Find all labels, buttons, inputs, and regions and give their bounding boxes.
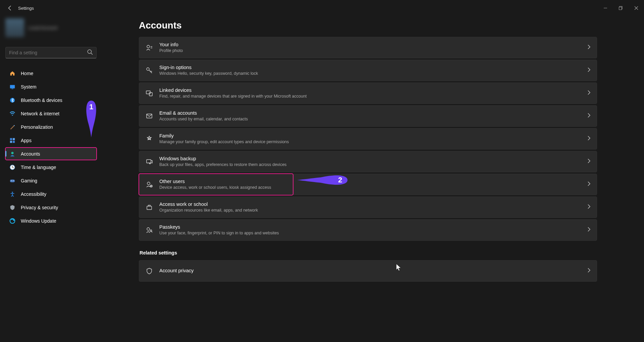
settings-card-backup[interactable]: Windows backup Back up your files, apps,… <box>139 151 597 172</box>
minimize-button[interactable] <box>598 3 613 13</box>
home-icon <box>9 70 16 77</box>
privacy-icon <box>9 204 16 211</box>
settings-card-passkeys[interactable]: Passkeys Use your face, fingerprint, or … <box>139 219 597 241</box>
sidebar-item-privacy[interactable]: Privacy & security <box>5 201 97 214</box>
card-title: Family <box>159 133 587 139</box>
card-text: Linked devices Find, repair, and manage … <box>159 87 587 99</box>
window-controls <box>598 3 644 13</box>
settings-card-privacy2[interactable]: Account privacy <box>139 260 597 282</box>
card-title: Windows backup <box>159 156 587 162</box>
chevron-right-icon <box>587 204 591 210</box>
privacy2-icon <box>145 267 153 275</box>
svg-line-4 <box>91 53 93 55</box>
svg-rect-26 <box>149 93 152 96</box>
search-icon <box>87 49 93 56</box>
card-text: Email & accounts Accounts used by email,… <box>159 110 587 122</box>
sidebar-item-label: Apps <box>21 138 32 143</box>
svg-point-8 <box>12 114 13 115</box>
chevron-right-icon <box>587 136 591 142</box>
gaming-icon <box>9 177 16 184</box>
search-input[interactable] <box>9 50 87 55</box>
settings-card-email[interactable]: Email & accounts Accounts used by email,… <box>139 105 597 127</box>
settings-card-yourinfo[interactable]: Your info Profile photo <box>139 37 597 58</box>
svg-rect-16 <box>10 179 15 182</box>
family-icon <box>145 135 153 143</box>
sidebar-item-bluetooth[interactable]: Bluetooth & devices <box>5 94 97 106</box>
accessibility-icon <box>9 190 16 198</box>
sidebar-item-system[interactable]: System <box>5 80 97 93</box>
sidebar-item-label: Network & internet <box>21 111 59 116</box>
card-title: Access work or school <box>159 201 587 208</box>
bluetooth-icon <box>9 97 16 104</box>
backup-icon <box>145 158 153 166</box>
settings-card-work[interactable]: Access work or school Organization resou… <box>139 196 597 218</box>
sidebar-item-network[interactable]: Network & internet <box>5 107 97 120</box>
settings-card-key[interactable]: Sign-in options Windows Hello, security … <box>139 60 597 81</box>
chevron-right-icon <box>587 181 591 187</box>
card-title: Account privacy <box>159 268 587 274</box>
card-text: Windows backup Back up your files, apps,… <box>159 156 587 168</box>
chevron-right-icon <box>587 45 591 51</box>
svg-point-18 <box>13 180 14 181</box>
user-name: Local Account <box>28 25 57 31</box>
settings-card-family[interactable]: Family Manage your family group, edit ac… <box>139 128 597 150</box>
svg-point-21 <box>147 45 150 48</box>
card-title: Sign-in options <box>159 64 587 71</box>
card-title: Other users <box>159 178 287 185</box>
svg-rect-9 <box>10 138 12 140</box>
settings-card-linked[interactable]: Linked devices Find, repair, and manage … <box>139 82 597 104</box>
svg-point-17 <box>11 180 12 181</box>
sidebar-item-update[interactable]: Windows Update <box>5 215 97 227</box>
settings-card-otherusers[interactable]: Other users Device access, work or schoo… <box>139 174 293 195</box>
network-icon <box>9 110 16 117</box>
sidebar-item-personalization[interactable]: Personalization <box>5 121 97 133</box>
svg-rect-32 <box>147 206 152 210</box>
svg-point-28 <box>149 138 150 139</box>
svg-rect-6 <box>11 89 13 89</box>
sidebar-item-label: Home <box>21 71 33 76</box>
main-content: Accounts Your info Profile photo Sign-in… <box>102 16 644 342</box>
otherusers-icon <box>145 180 153 188</box>
sidebar-item-home[interactable]: Home <box>5 67 97 79</box>
back-button[interactable] <box>4 2 16 14</box>
chevron-right-icon <box>587 159 591 165</box>
update-icon <box>9 217 16 225</box>
sidebar-item-accessibility[interactable]: Accessibility <box>5 188 97 200</box>
titlebar: Settings <box>0 0 644 16</box>
sidebar-item-apps[interactable]: Apps <box>5 134 97 147</box>
work-icon <box>145 203 153 211</box>
card-text: Your info Profile photo <box>159 42 587 54</box>
sidebar-item-label: System <box>21 84 37 90</box>
card-subtitle: Use your face, fingerprint, or PIN to si… <box>159 230 587 236</box>
search-box[interactable] <box>5 47 97 58</box>
sidebar-item-accounts[interactable]: Accounts <box>5 148 97 160</box>
svg-rect-29 <box>147 160 151 163</box>
user-profile-block[interactable]: Local Account <box>5 17 97 38</box>
sidebar-item-label: Accounts <box>21 151 40 157</box>
svg-point-19 <box>12 191 13 193</box>
svg-rect-11 <box>10 140 12 142</box>
chevron-right-icon <box>587 113 591 119</box>
svg-point-3 <box>88 50 91 53</box>
sidebar-item-label: Bluetooth & devices <box>21 98 62 103</box>
card-title: Email & accounts <box>159 110 587 117</box>
apps-icon <box>9 137 16 144</box>
sidebar-item-gaming[interactable]: Gaming <box>5 174 97 187</box>
card-subtitle: Manage your family group, edit account t… <box>159 139 587 145</box>
svg-point-24 <box>147 68 149 70</box>
svg-rect-5 <box>10 85 15 88</box>
card-text: Passkeys Use your face, fingerprint, or … <box>159 224 587 236</box>
close-button[interactable] <box>629 3 644 13</box>
nav-list: HomeSystemBluetooth & devicesNetwork & i… <box>5 67 97 227</box>
sidebar: Local Account HomeSystemBluetooth & devi… <box>0 16 102 342</box>
card-text: Other users Device access, work or schoo… <box>159 178 287 190</box>
svg-point-33 <box>147 228 150 230</box>
maximize-button[interactable] <box>613 3 629 13</box>
page-title: Accounts <box>139 20 597 31</box>
card-text: Access work or school Organization resou… <box>159 201 587 213</box>
svg-rect-27 <box>147 114 152 118</box>
card-subtitle: Accounts used by email, calendar, and co… <box>159 116 587 122</box>
card-subtitle: Windows Hello, security key, password, d… <box>159 71 587 76</box>
sidebar-item-time[interactable]: Time & language <box>5 161 97 173</box>
card-subtitle: Back up your files, apps, preferences to… <box>159 162 587 168</box>
